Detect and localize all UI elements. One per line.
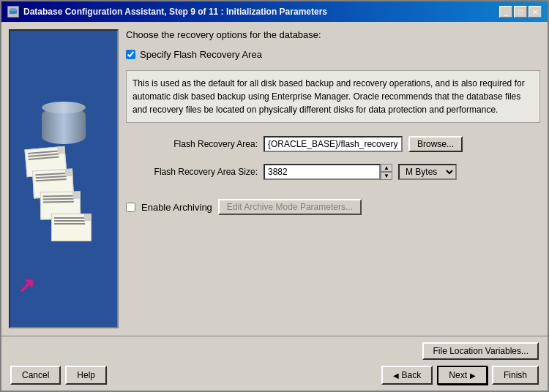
nav-left: Cancel Help	[10, 366, 107, 385]
svg-point-1	[10, 8, 17, 11]
next-chevron-icon: ▶	[470, 372, 476, 380]
finish-button[interactable]: Finish	[492, 366, 539, 385]
illustration: ↗	[10, 31, 117, 327]
doc-line	[42, 198, 73, 200]
main-window: Database Configuration Assistant, Step 9…	[0, 0, 549, 392]
help-button[interactable]: Help	[65, 366, 107, 385]
nav-right: ◀ Back Next ▶ Finish	[381, 366, 539, 385]
doc-line	[42, 195, 73, 197]
left-panel-illustration: ↗	[9, 29, 119, 328]
description-text: This is used as the default for all disk…	[126, 70, 540, 123]
maximize-button[interactable]: □	[514, 6, 527, 18]
size-spinner: ▲ ▼	[381, 164, 392, 180]
specify-flash-row: Specify Flash Recovery Area	[126, 49, 540, 60]
flash-size-label: Flash Recovery Area Size:	[126, 167, 258, 177]
flash-recovery-input[interactable]	[264, 136, 403, 152]
content-area: ↗ Choose the recovery options for the da…	[1, 22, 548, 336]
specify-flash-checkbox[interactable]	[126, 50, 135, 59]
app-icon	[7, 6, 19, 18]
document-icon-4	[51, 214, 92, 241]
title-bar-left: Database Configuration Assistant, Step 9…	[7, 6, 327, 18]
file-location-button[interactable]: File Location Variables...	[422, 342, 539, 360]
next-label: Next	[449, 370, 467, 380]
arrow-icon: ↗	[18, 274, 34, 298]
file-location-row: File Location Variables...	[10, 342, 539, 360]
flash-recovery-label: Flash Recovery Area:	[126, 139, 258, 149]
edit-archive-button[interactable]: Edit Archive Mode Parameters...	[218, 199, 362, 215]
title-bar: Database Configuration Assistant, Step 9…	[1, 1, 548, 22]
minimize-button[interactable]: _	[499, 6, 512, 18]
archiving-row: Enable Archiving Edit Archive Mode Param…	[126, 199, 540, 215]
window-title: Database Configuration Assistant, Step 9…	[23, 7, 327, 17]
enable-archiving-checkbox[interactable]	[126, 203, 135, 212]
back-chevron-icon: ◀	[393, 372, 399, 380]
specify-flash-label[interactable]: Specify Flash Recovery Area	[140, 49, 262, 60]
flash-recovery-area-row: Flash Recovery Area: Browse...	[126, 136, 540, 152]
cancel-button[interactable]: Cancel	[10, 366, 61, 385]
doc-line	[54, 220, 85, 222]
doc-line	[54, 217, 85, 219]
right-panel: Choose the recovery options for the data…	[126, 29, 540, 328]
database-cylinder-icon	[42, 108, 86, 144]
close-button[interactable]: ✕	[529, 6, 542, 18]
title-bar-buttons: _ □ ✕	[499, 6, 542, 18]
next-button[interactable]: Next ▶	[437, 366, 488, 385]
doc-line	[42, 201, 73, 203]
flash-size-row: Flash Recovery Area Size: ▲ ▼ M Bytes G …	[126, 164, 540, 180]
back-button[interactable]: ◀ Back	[381, 366, 433, 385]
spinner-up-button[interactable]: ▲	[381, 164, 392, 172]
doc-line	[54, 223, 85, 225]
browse-button[interactable]: Browse...	[408, 136, 463, 152]
spinner-down-button[interactable]: ▼	[381, 172, 392, 180]
unit-select[interactable]: M Bytes G Bytes	[398, 164, 457, 180]
flash-size-input[interactable]	[264, 164, 381, 180]
bottom-area: File Location Variables... Cancel Help ◀…	[1, 336, 548, 391]
enable-archiving-label[interactable]: Enable Archiving	[141, 202, 212, 213]
nav-buttons: Cancel Help ◀ Back Next ▶ Finish	[10, 366, 539, 385]
instructions-text: Choose the recovery options for the data…	[126, 29, 540, 40]
doc-line	[35, 178, 66, 181]
back-label: Back	[402, 370, 422, 380]
